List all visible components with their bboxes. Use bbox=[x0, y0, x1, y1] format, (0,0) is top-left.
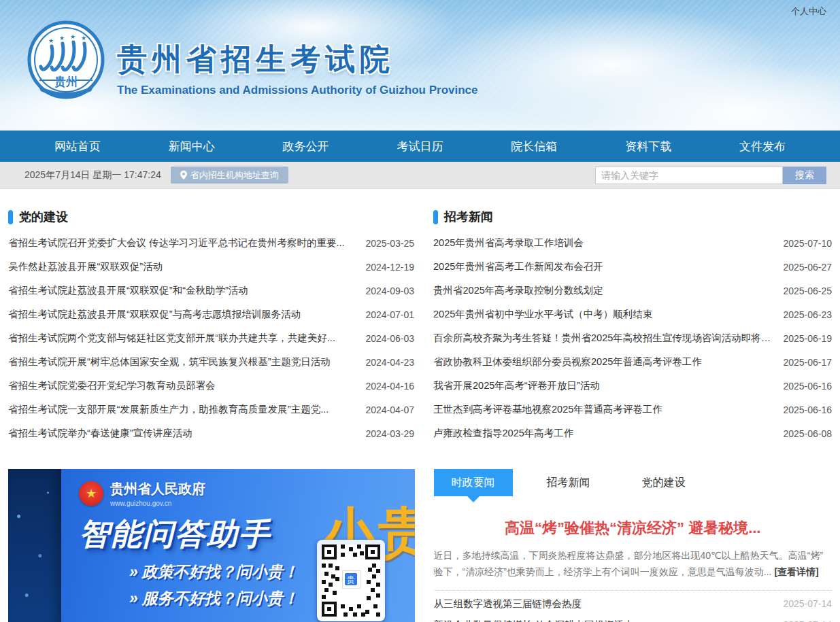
news-title-link[interactable]: 省招生考试院举办“春送健康”宣传讲座活动 bbox=[8, 427, 365, 440]
site-header: 个人中心 ★★ ★★ 贵州 贵州省招生考试院 The Examinations … bbox=[0, 0, 840, 131]
news-row[interactable]: 省招生考试院党委召开党纪学习教育动员部署会 2024-04-16 bbox=[8, 374, 414, 398]
news-row[interactable]: 卢雍政检查指导2025年高考工作 2025-06-08 bbox=[433, 421, 832, 445]
cloud-decoration bbox=[435, 7, 789, 122]
news-row[interactable]: 2025年贵州省初中学业水平考试（中考）顺利结束 2025-06-23 bbox=[433, 303, 832, 326]
news-date: 2024-04-23 bbox=[365, 357, 414, 368]
news-row[interactable]: 省招生考试院赴荔波县开展“双联双促”与高考志愿填报培训服务活动 2024-07-… bbox=[8, 303, 414, 326]
news-date: 2025-07-10 bbox=[783, 238, 832, 249]
news-row[interactable]: 贵州省2025年高考录取控制分数线划定 2025-06-25 bbox=[433, 279, 832, 303]
bottom-section: ★ 贵州省人民政府 www.guizhou.gov.cn 智能问答助手 小贵 »… bbox=[0, 469, 840, 622]
dotted-divider bbox=[434, 590, 833, 591]
national-emblem-icon: ★ bbox=[79, 481, 103, 506]
section-bullet bbox=[433, 210, 438, 224]
double-arrow-icon: » bbox=[129, 589, 138, 607]
news-row[interactable]: 从三组数字透视第三届链博会热度 2025-07-14 bbox=[434, 593, 833, 615]
news-title-link[interactable]: 2025年贵州省高考录取工作培训会 bbox=[433, 237, 783, 249]
smart-assistant-banner[interactable]: ★ 贵州省人民政府 www.guizhou.gov.cn 智能问答助手 小贵 »… bbox=[8, 469, 415, 622]
nav-item[interactable]: 文件发布 bbox=[739, 139, 786, 154]
news-row[interactable]: 新设企业数量保持增长 外企深耕中国投资沃土 2025-07-14 bbox=[434, 615, 833, 622]
news-title-link[interactable]: 贵州省2025年高考录取控制分数线划定 bbox=[433, 284, 783, 297]
personal-center-link[interactable]: 个人中心 bbox=[791, 5, 826, 18]
news-row[interactable]: 省招生考试院两个党支部与铭廷社区党支部开展“联办共建共享，共建美好... 202… bbox=[8, 326, 414, 350]
news-date: 2025-06-16 bbox=[783, 381, 832, 392]
nav-item[interactable]: 网站首页 bbox=[54, 139, 101, 154]
news-title-link[interactable]: 2025年贵州省初中学业水平考试（中考）顺利结束 bbox=[433, 308, 783, 321]
banner-slogan-2: »服务不好找？问小贵！ bbox=[129, 588, 299, 609]
party-news-list: 省招生考试院召开党委扩大会议 传达学习习近平总书记在贵州考察时的重要... 20… bbox=[8, 231, 414, 445]
politics-news-list: 从三组数字透视第三届链博会热度 2025-07-14 新设企业数量保持增长 外企… bbox=[434, 593, 833, 622]
exam-news-list: 2025年贵州省高考录取工作培训会 2025-07-10 2025年贵州省高考工… bbox=[433, 231, 832, 445]
news-row[interactable]: 省政协教科卫体委组织部分委员视察2025年普通高考评卷工作 2025-06-17 bbox=[433, 350, 832, 374]
banner-slogan-1: »政策不好找？问小贵！ bbox=[129, 561, 299, 583]
news-title-link[interactable]: 卢雍政检查指导2025年高考工作 bbox=[433, 427, 783, 440]
search-button[interactable]: 搜索 bbox=[783, 167, 826, 184]
site-brand: 贵州省招生考试院 The Examinations and Admissions… bbox=[117, 39, 478, 97]
view-details-link[interactable]: [查看详情] bbox=[774, 566, 818, 577]
nav-item[interactable]: 院长信箱 bbox=[511, 139, 557, 154]
news-title-link[interactable]: 省招生考试院赴荔波县开展“双联双促”和“金秋助学”活动 bbox=[8, 284, 365, 297]
news-date: 2024-04-16 bbox=[365, 381, 414, 392]
nav-item[interactable]: 政务公开 bbox=[283, 139, 329, 154]
current-datetime: 2025年7月14日 星期一 17:47:24 bbox=[24, 169, 161, 182]
news-row[interactable]: 王世杰到高考评卷基地视察2025年普通高考评卷工作 2025-06-16 bbox=[433, 398, 832, 421]
banner-side-strip bbox=[8, 469, 61, 622]
tabs-row: 时政要闻 招考新闻 党的建设 bbox=[434, 469, 833, 496]
news-title-link[interactable]: 百余所高校齐聚为考生答疑！贵州省2025年高校招生宣传现场咨询活动即将举行 bbox=[433, 332, 783, 345]
news-title-link[interactable]: 新设企业数量保持增长 外企深耕中国投资沃土 bbox=[434, 619, 784, 622]
news-title-link[interactable]: 我省开展2025年高考“评卷开放日”活动 bbox=[433, 379, 783, 392]
news-row[interactable]: 省招生考试院召开党委扩大会议 传达学习习近平总书记在贵州考察时的重要... 20… bbox=[8, 231, 414, 255]
news-title-link[interactable]: 省招生考试院开展“树牢总体国家安全观，筑牢民族复兴根基”主题党日活动 bbox=[8, 356, 365, 368]
news-row[interactable]: 省招生考试院赴荔波县开展“双联双促”和“金秋助学”活动 2024-09-03 bbox=[8, 279, 414, 303]
news-row[interactable]: 省招生考试院一支部开展“发展新质生产力，助推教育高质量发展”主题党... 202… bbox=[8, 398, 414, 421]
tab-current-politics[interactable]: 时政要闻 bbox=[434, 469, 513, 496]
institution-address-query-button[interactable]: 省内招生机构地址查询 bbox=[171, 167, 288, 184]
nav-item[interactable]: 资料下载 bbox=[625, 139, 671, 154]
svg-text:★: ★ bbox=[70, 33, 75, 40]
news-row[interactable]: 吴作然赴荔波县开展“双联双促”活动 2024-12-19 bbox=[8, 255, 414, 279]
news-row[interactable]: 省招生考试院开展“树牢总体国家安全观，筑牢民族复兴根基”主题党日活动 2024-… bbox=[8, 350, 414, 374]
news-row[interactable]: 省招生考试院举办“春送健康”宣传讲座活动 2024-03-29 bbox=[8, 421, 414, 445]
news-date: 2025-06-27 bbox=[783, 262, 832, 273]
svg-text:贵: 贵 bbox=[347, 575, 355, 585]
news-tabs-panel: 时政要闻 招考新闻 党的建设 高温“烤”验催热“清凉经济” 避暑秘境... 近日… bbox=[434, 469, 833, 622]
info-bar: 2025年7月14日 星期一 17:47:24 省内招生机构地址查询 搜索 bbox=[0, 162, 840, 189]
news-row[interactable]: 2025年贵州省高考录取工作培训会 2025-07-10 bbox=[433, 231, 832, 255]
news-date: 2024-04-07 bbox=[365, 404, 414, 415]
section-title: 招考新闻 bbox=[444, 209, 493, 225]
section-title: 党的建设 bbox=[19, 209, 68, 225]
search-input[interactable] bbox=[595, 167, 783, 184]
news-date: 2024-09-03 bbox=[365, 286, 414, 296]
news-title-link[interactable]: 从三组数字透视第三届链博会热度 bbox=[434, 598, 784, 610]
section-bullet bbox=[8, 210, 13, 224]
news-title-link[interactable]: 省招生考试院赴荔波县开展“双联双促”与高考志愿填报培训服务活动 bbox=[8, 308, 365, 321]
institution-address-query-label: 省内招生机构地址查询 bbox=[190, 169, 279, 182]
nav-item[interactable]: 考试日历 bbox=[397, 139, 443, 154]
party-building-section: 党的建设 省招生考试院召开党委扩大会议 传达学习习近平总书记在贵州考察时的重要.… bbox=[8, 189, 414, 445]
news-title-link[interactable]: 吴作然赴荔波县开展“双联双促”活动 bbox=[8, 260, 365, 273]
nav-item[interactable]: 新闻中心 bbox=[169, 139, 215, 154]
news-title-link[interactable]: 王世杰到高考评卷基地视察2025年普通高考评卷工作 bbox=[433, 403, 783, 416]
news-title-link[interactable]: 省招生考试院两个党支部与铭廷社区党支部开展“联办共建共享，共建美好... bbox=[8, 332, 365, 345]
news-title-link[interactable]: 省招生考试院党委召开党纪学习教育动员部署会 bbox=[8, 379, 365, 392]
gov-url: www.guizhou.gov.cn bbox=[110, 500, 205, 507]
news-title-link[interactable]: 省招生考试院一支部开展“发展新质生产力，助推教育高质量发展”主题党... bbox=[8, 403, 365, 416]
main-content: 党的建设 省招生考试院召开党委扩大会议 传达学习习近平总书记在贵州考察时的重要.… bbox=[0, 189, 840, 445]
news-title-link[interactable]: 2025年贵州省高考工作新闻发布会召开 bbox=[433, 260, 783, 273]
main-nav: 网站首页 新闻中心 政务公开 考试日历 院长信箱 资料下载 文件发布 bbox=[0, 131, 840, 162]
qr-code: 贵 bbox=[317, 540, 385, 621]
news-date: 2024-12-19 bbox=[365, 262, 414, 273]
banner-main-title: 智能问答助手 bbox=[79, 514, 271, 555]
tab-party-building[interactable]: 党的建设 bbox=[624, 469, 703, 496]
news-row[interactable]: 我省开展2025年高考“评卷开放日”活动 2025-06-16 bbox=[433, 374, 832, 398]
news-date: 2024-07-01 bbox=[365, 309, 414, 320]
logo-text: 贵州 bbox=[54, 75, 78, 88]
news-title-link[interactable]: 省招生考试院召开党委扩大会议 传达学习习近平总书记在贵州考察时的重要... bbox=[8, 237, 365, 249]
news-title-link[interactable]: 省政协教科卫体委组织部分委员视察2025年普通高考评卷工作 bbox=[433, 356, 783, 368]
news-date: 2025-07-14 bbox=[783, 598, 832, 609]
gov-name: 贵州省人民政府 bbox=[110, 480, 205, 498]
news-row[interactable]: 2025年贵州省高考工作新闻发布会召开 2025-06-27 bbox=[433, 255, 832, 279]
news-date: 2025-06-19 bbox=[783, 333, 832, 344]
tab-exam-news[interactable]: 招考新闻 bbox=[529, 469, 608, 496]
news-row[interactable]: 百余所高校齐聚为考生答疑！贵州省2025年高校招生宣传现场咨询活动即将举行 20… bbox=[433, 326, 832, 350]
featured-headline[interactable]: 高温“烤”验催热“清凉经济” 避暑秘境... bbox=[434, 518, 833, 538]
